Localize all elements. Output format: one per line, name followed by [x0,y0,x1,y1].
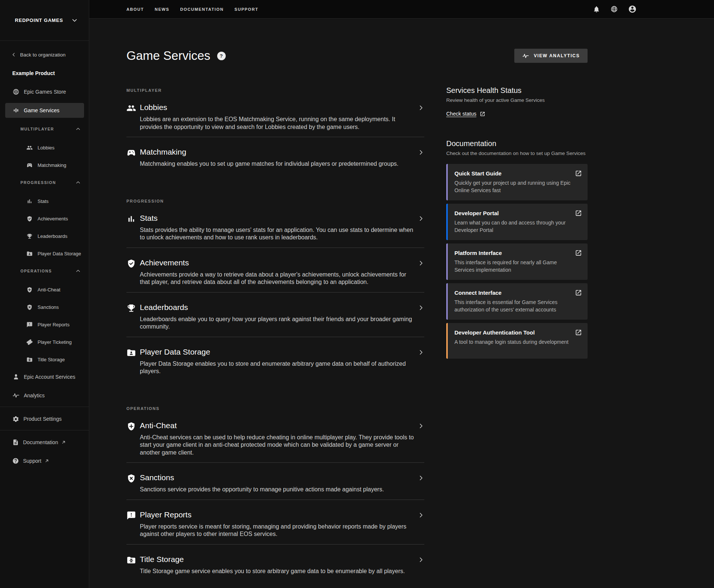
player-data-storage-icon [126,348,136,358]
avatar[interactable] [628,5,637,13]
sidebar-item-title-storage[interactable]: Title Storage [0,352,89,367]
main-content: Game Services ? VIEW ANALYTICS MULTIPLAY… [89,49,714,581]
sidebar-item-matchmaking[interactable]: Matchmaking [0,158,89,172]
help-badge[interactable]: ? [217,52,226,60]
service-title: Matchmaking [140,147,398,157]
sidebar-item-sanctions[interactable]: Sanctions [0,300,89,314]
top-nav: ABOUT NEWS DOCUMENTATION SUPPORT [126,7,258,12]
sidebar-item-anti-cheat[interactable]: Anti-Cheat [0,282,89,297]
service-item-sanctions[interactable]: Sanctions Sanctions service provides the… [126,462,424,500]
sidebar-item-leaderboards[interactable]: Leaderboards [0,229,89,243]
doc-card-connect-interface[interactable]: Connect Interface This interface is esse… [446,283,588,320]
health-status-subtitle: Review health of your active Game Servic… [446,97,588,103]
service-title: Lobbies [140,103,418,112]
sidebar-item-product-settings[interactable]: Product Settings [0,411,89,426]
matchmaking-icon [126,148,136,158]
chevron-right-icon [418,512,424,518]
card-title: Developer Portal [454,210,582,216]
service-item-lobbies[interactable]: Lobbies Lobbies are an extension to the … [126,93,424,137]
top-bar: ABOUT NEWS DOCUMENTATION SUPPORT [89,0,714,19]
sidebar-item-player-data-storage[interactable]: Player Data Storage [0,246,89,261]
card-title: Quick Start Guide [454,170,582,177]
chevron-right-icon [418,556,424,563]
service-description: Anti-Cheat services can be used to help … [140,434,418,457]
sidebar-item-player-ticketing[interactable]: Player Ticketing [0,335,89,349]
topbar-icons [593,5,637,13]
card-description: A tool to manage login status during dev… [454,338,574,346]
sanctions-icon [126,474,136,483]
sidebar-item-stats[interactable]: Stats [0,194,89,209]
service-description: Title Storage game service enables you t… [140,568,405,575]
title-storage-icon [26,356,33,363]
chevron-up-icon [75,180,81,185]
nav-support[interactable]: SUPPORT [234,7,258,12]
service-item-title-storage[interactable]: Title Storage Title Storage game service… [126,544,424,581]
sidebar-item-player-reports[interactable]: Player Reports [0,317,89,332]
org-name: REDPOINT GAMES [15,17,63,23]
back-label: Back to organization [20,52,65,58]
help-icon [12,458,19,464]
chevron-up-icon [75,268,81,274]
section-label-operations: OPERATIONS [126,406,424,411]
service-description: Achievements provide a way to retrieve d… [140,271,418,286]
view-analytics-button[interactable]: VIEW ANALYTICS [514,49,588,63]
service-item-stats[interactable]: Stats Stats provides the ability to mana… [126,203,424,248]
service-title: Leaderboards [140,303,418,312]
chevron-right-icon [418,423,424,429]
service-item-anti-cheat[interactable]: Anti-Cheat Anti-Cheat services can be us… [126,411,424,463]
back-to-organization[interactable]: Back to organization [0,47,89,62]
launch-icon [575,289,582,296]
achievements-icon [26,216,33,222]
doc-card-platform-interface[interactable]: Platform Interface This interface is req… [446,243,588,280]
doc-card-developer-authentication-tool[interactable]: Developer Authentication Tool A tool to … [446,323,588,359]
health-status-title: Services Health Status [446,86,588,95]
sidebar-item-analytics[interactable]: Analytics [0,388,89,403]
sidebar-item-lobbies[interactable]: Lobbies [0,140,89,155]
doc-card-quick-start-guide[interactable]: Quick Start Guide Quickly get your proje… [446,164,588,200]
documentation-subtitle: Check out the documentation on how to se… [446,151,588,156]
nav-documentation[interactable]: DOCUMENTATION [180,7,224,12]
sidebar-section-operations[interactable]: OPERATIONS [0,264,89,278]
card-description: Quickly get your project up and running … [454,179,574,194]
chevron-right-icon [418,349,424,356]
sidebar-divider [0,407,89,407]
service-item-player-reports[interactable]: Player Reports Player reports service is… [126,500,424,544]
service-title: Anti-Cheat [140,421,418,430]
doc-card-developer-portal[interactable]: Developer Portal Learn what you can do a… [446,204,588,240]
service-item-matchmaking[interactable]: Matchmaking Matchmaking enables you to s… [126,137,424,174]
player-ticketing-icon [26,339,33,345]
sidebar-item-epic-account-services[interactable]: Epic Account Services [0,369,89,384]
gear-icon [12,416,19,423]
service-item-achievements[interactable]: Achievements Achievements provide a way … [126,248,424,292]
service-description: Lobbies are an extension to the EOS Matc… [140,116,418,131]
chevron-right-icon [418,304,424,311]
service-item-leaderboards[interactable]: Leaderboards Leaderboards enable you to … [126,292,424,337]
sanctions-icon [26,304,33,310]
card-description: Learn what you can do and access through… [454,219,574,234]
service-item-player-data-storage[interactable]: Player Data Storage Player Data Storage … [126,337,424,381]
org-switcher[interactable]: REDPOINT GAMES [0,0,89,41]
sidebar-item-documentation[interactable]: Documentation [0,435,89,450]
check-status-link[interactable]: Check status [446,111,485,117]
sidebar-section-multiplayer[interactable]: MULTIPLAYER [0,122,89,136]
launch-icon [575,210,582,217]
service-description: Leaderboards enable you to query how you… [140,316,418,331]
bell-icon[interactable] [593,6,600,13]
sidebar-item-support[interactable]: Support [0,453,89,468]
sidebar: REDPOINT GAMES Back to organization Exam… [0,0,89,588]
sidebar-item-achievements[interactable]: Achievements [0,211,89,226]
sidebar-section-progression[interactable]: PROGRESSION [0,175,89,190]
globe-icon[interactable] [610,5,618,13]
stats-icon [126,214,136,224]
epic-games-store-icon [12,88,20,96]
card-title: Developer Authentication Tool [454,329,582,336]
document-icon [12,439,19,446]
section-label-multiplayer: MULTIPLAYER [126,88,424,93]
launch-icon [575,170,582,177]
chevron-right-icon [418,260,424,266]
nav-news[interactable]: NEWS [155,7,169,12]
nav-about[interactable]: ABOUT [126,7,144,12]
sidebar-item-epic-games-store[interactable]: Epic Games Store [0,84,89,99]
service-list: MULTIPLAYER Lobbies Lobbies are an exten… [126,63,424,581]
sidebar-item-game-services[interactable]: Game Services [0,103,89,118]
